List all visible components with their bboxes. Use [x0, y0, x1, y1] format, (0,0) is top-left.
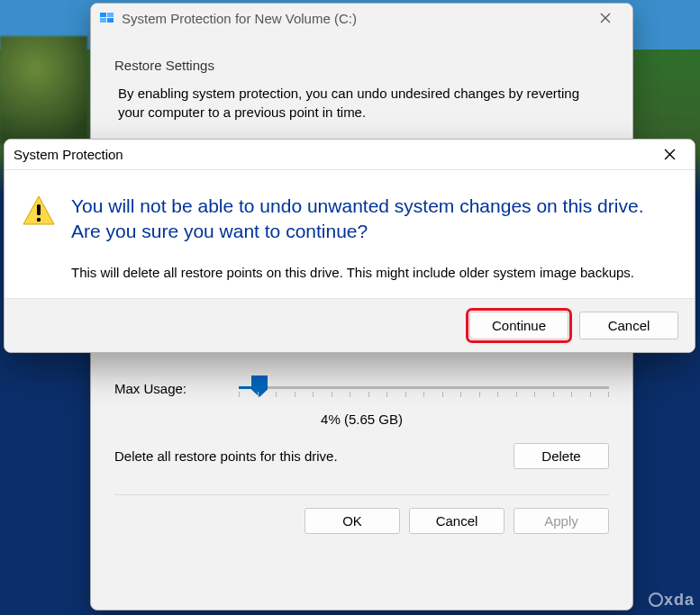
confirm-close-button[interactable] [650, 142, 689, 167]
confirm-dialog: System Protection You will not be able t… [4, 139, 695, 353]
delete-button[interactable]: Delete [514, 443, 609, 469]
close-icon [664, 149, 676, 160]
apply-button: Apply [514, 508, 609, 534]
delete-row: Delete all restore points for this drive… [114, 443, 609, 484]
parent-window-title: System Protection for New Volume (C:) [122, 11, 586, 26]
max-usage-row: Max Usage: [114, 356, 609, 404]
usage-value: 4% (5.65 GB) [114, 404, 609, 443]
parent-close-button[interactable] [586, 5, 625, 31]
slider-ticks [239, 392, 609, 399]
confirm-title: System Protection [14, 147, 650, 162]
confirm-text: This will delete all restore points on t… [71, 263, 675, 282]
svg-point-10 [37, 218, 41, 222]
restore-settings-heading: Restore Settings [114, 58, 609, 73]
restore-settings-text: By enabling system protection, you can u… [114, 84, 583, 122]
slider-track [239, 386, 609, 389]
svg-rect-1 [107, 13, 114, 17]
max-usage-label: Max Usage: [114, 381, 239, 396]
system-protection-icon [100, 11, 114, 25]
confirm-cancel-button[interactable]: Cancel [579, 312, 678, 339]
watermark-ring-icon [649, 592, 663, 607]
confirm-body: You will not be able to undo unwanted sy… [5, 170, 695, 298]
continue-button[interactable]: Continue [469, 312, 568, 339]
delete-text: Delete all restore points for this drive… [114, 448, 514, 464]
parent-cancel-button[interactable]: Cancel [409, 508, 505, 534]
bottom-button-row: OK Cancel Apply [114, 508, 609, 538]
svg-rect-0 [100, 13, 106, 17]
svg-rect-9 [37, 204, 41, 215]
max-usage-slider[interactable] [239, 372, 609, 404]
close-icon [600, 13, 611, 23]
svg-rect-3 [107, 18, 114, 23]
watermark: xda [649, 591, 695, 610]
parent-titlebar[interactable]: System Protection for New Volume (C:) [91, 4, 632, 32]
svg-rect-2 [100, 18, 106, 23]
confirm-titlebar[interactable]: System Protection [5, 140, 695, 170]
warning-icon [23, 194, 55, 282]
divider [114, 494, 609, 495]
confirm-heading: You will not be able to undo unwanted sy… [71, 194, 675, 245]
watermark-text: xda [664, 591, 695, 609]
confirm-content: You will not be able to undo unwanted sy… [71, 194, 675, 282]
confirm-footer: Continue Cancel [5, 298, 695, 352]
ok-button[interactable]: OK [305, 508, 400, 534]
